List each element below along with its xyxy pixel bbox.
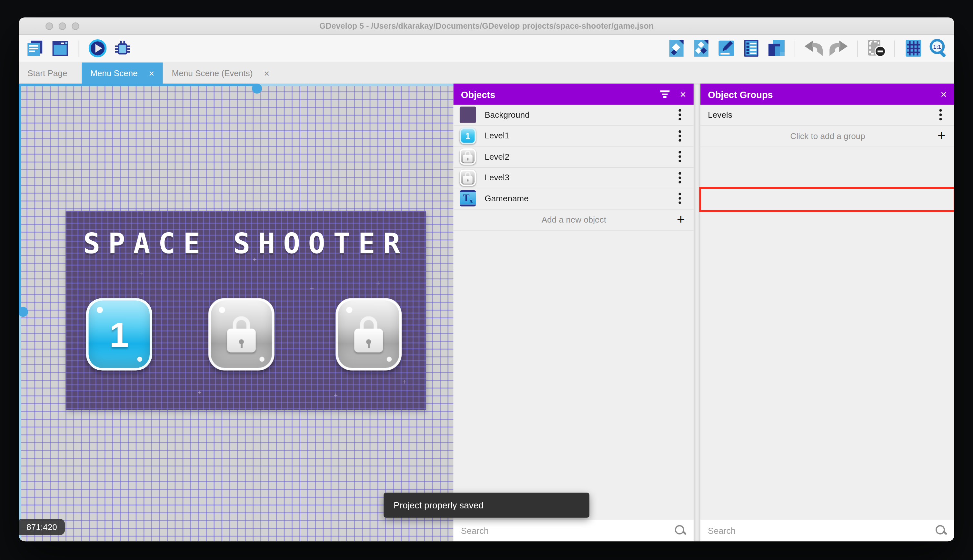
plus-icon: +	[938, 128, 946, 144]
row-menu-icon[interactable]	[678, 177, 681, 179]
editor-tabbar: Start Page Menu Scene × Menu Scene (Even…	[19, 62, 954, 83]
group-row-levels[interactable]: Levels	[700, 105, 954, 126]
cursor-coordinates-badge: 871;420	[19, 519, 65, 535]
row-menu-icon[interactable]	[678, 135, 681, 137]
star-sparkle: +	[402, 378, 406, 385]
hscroll-knob[interactable]	[252, 83, 262, 93]
row-menu-icon[interactable]	[678, 197, 681, 200]
object-groups-icon[interactable]	[692, 39, 711, 58]
groups-search-bar	[700, 519, 954, 542]
layers-icon[interactable]	[766, 39, 786, 58]
row-menu-icon[interactable]	[678, 113, 681, 116]
lock-icon	[227, 316, 256, 352]
remove-instances-icon[interactable]	[866, 39, 886, 58]
grid-icon[interactable]	[904, 39, 923, 58]
tab-menu-scene-events[interactable]: Menu Scene (Events) ×	[163, 62, 278, 83]
objects-panel-empty-area	[453, 230, 694, 519]
save-toast: Project properly saved	[383, 493, 590, 517]
object-groups-panel: Object Groups × Levels Click to add a gr…	[700, 83, 954, 541]
row-menu-icon[interactable]	[940, 113, 942, 116]
panel-divider[interactable]	[694, 83, 700, 541]
redo-icon[interactable]	[829, 39, 848, 58]
main-toolbar: 1:1	[19, 35, 954, 62]
search-icon[interactable]	[674, 525, 686, 537]
level1-button-sprite: 1	[86, 298, 152, 370]
level2-thumbnail	[460, 149, 476, 165]
row-menu-icon[interactable]	[678, 155, 681, 158]
desktop: GDevelop 5 - /Users/dkarakay/Documents/G…	[0, 0, 973, 560]
toolbar-separator	[795, 40, 795, 57]
level2-locked-button-sprite	[208, 298, 275, 370]
star-sparkle: +	[310, 285, 314, 292]
add-new-object-button[interactable]: Add a new object +	[453, 209, 694, 231]
background-thumbnail	[460, 107, 476, 123]
objects-panel: Objects × Background 1 Level1	[453, 83, 694, 541]
add-group-button[interactable]: Click to add a group +	[700, 126, 954, 147]
debug-icon[interactable]	[113, 39, 132, 58]
objects-search-bar	[453, 519, 694, 542]
preview-play-icon[interactable]	[88, 39, 107, 58]
star-sparkle: +	[376, 279, 380, 287]
text-object-icon	[460, 190, 476, 207]
object-row-level3[interactable]: Level3	[453, 167, 694, 188]
search-icon[interactable]	[935, 525, 947, 537]
titlebar: GDevelop 5 - /Users/dkarakay/Documents/G…	[19, 17, 954, 35]
scene-editor-icon[interactable]	[51, 39, 70, 58]
object-row-level2[interactable]: Level2	[453, 147, 694, 167]
scene-canvas[interactable]: SPACE SHOOTER + + + + + + + + 1	[19, 83, 453, 541]
canvas-horizontal-scrollbar[interactable]	[19, 83, 453, 86]
star-sparkle: +	[198, 388, 202, 396]
object-row-level1[interactable]: 1 Level1	[453, 126, 694, 147]
main-content: SPACE SHOOTER + + + + + + + + 1	[19, 83, 954, 541]
star-sparkle: +	[139, 270, 143, 277]
undo-icon[interactable]	[804, 39, 823, 58]
toolbar-separator	[79, 40, 79, 57]
object-groups-panel-header: Object Groups ×	[700, 83, 954, 105]
object-groups-panel-title: Object Groups	[708, 89, 773, 99]
objects-panel-header: Objects ×	[453, 83, 694, 105]
close-tab-icon[interactable]: ×	[149, 68, 154, 78]
level3-thumbnail	[460, 169, 476, 185]
objects-search-input[interactable]	[461, 525, 674, 535]
close-panel-icon[interactable]: ×	[941, 89, 947, 99]
object-row-gamename[interactable]: Gamename	[453, 188, 694, 209]
objects-editor-icon[interactable]	[667, 39, 686, 58]
level1-thumbnail: 1	[460, 128, 476, 144]
tab-start-page[interactable]: Start Page	[19, 62, 76, 83]
objects-panel-title: Objects	[461, 89, 495, 99]
level3-locked-button-sprite	[335, 298, 402, 370]
vscroll-knob[interactable]	[19, 307, 28, 317]
svg-text:1:1: 1:1	[933, 44, 941, 50]
instances-list-icon[interactable]	[742, 39, 761, 58]
object-row-background[interactable]: Background	[453, 105, 694, 126]
window-title: GDevelop 5 - /Users/dkarakay/Documents/G…	[19, 17, 954, 35]
game-title-text: SPACE SHOOTER	[65, 227, 426, 260]
gdevelop-window: GDevelop 5 - /Users/dkarakay/Documents/G…	[19, 17, 954, 541]
toolbar-separator	[894, 40, 895, 57]
close-panel-icon[interactable]: ×	[680, 89, 686, 99]
zoom-original-icon[interactable]: 1:1	[929, 39, 948, 58]
lock-icon	[354, 316, 383, 352]
plus-icon: +	[677, 211, 685, 227]
close-tab-icon[interactable]: ×	[264, 68, 269, 78]
star-sparkle: +	[253, 256, 257, 263]
object-groups-empty-area	[700, 147, 954, 519]
game-scene-preview: SPACE SHOOTER + + + + + + + + 1	[65, 211, 426, 410]
star-sparkle: +	[333, 392, 337, 399]
canvas-vertical-scrollbar[interactable]	[19, 83, 21, 541]
tab-menu-scene[interactable]: Menu Scene ×	[82, 62, 163, 83]
groups-search-input[interactable]	[708, 525, 935, 535]
toolbar-separator	[857, 40, 858, 57]
filter-icon[interactable]	[660, 90, 670, 98]
project-manager-icon[interactable]	[25, 39, 45, 58]
properties-icon[interactable]	[716, 39, 736, 58]
